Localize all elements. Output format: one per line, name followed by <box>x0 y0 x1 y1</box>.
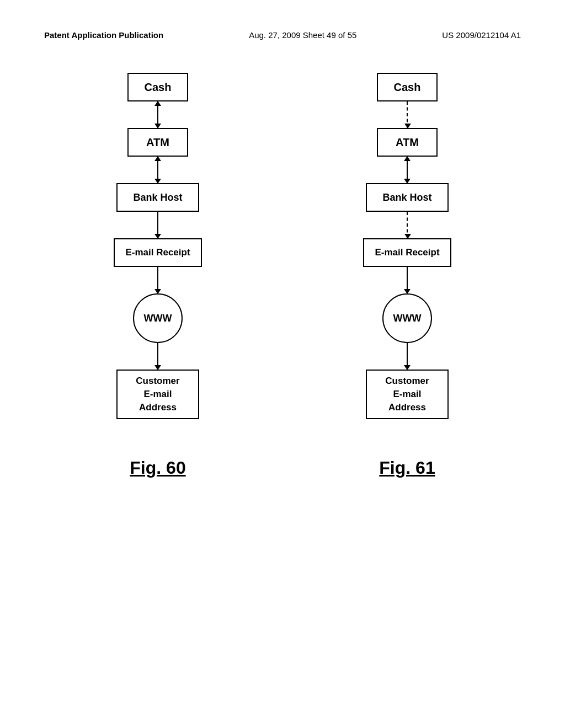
arrow-cash-atm-60 <box>157 101 159 128</box>
arrow-cash-atm-61 <box>407 101 408 128</box>
arrow-bankhost-email-60 <box>157 212 159 238</box>
node-atm-61: ATM <box>377 128 438 157</box>
header-publication-title: Patent Application Publication <box>44 30 163 40</box>
diagram-fig61: Cash ATM Bank Host <box>347 73 468 419</box>
node-www-61: WWW <box>382 293 432 343</box>
node-bankhost-61: Bank Host <box>366 183 449 212</box>
node-emailreceipt-60: E-mail Receipt <box>114 238 202 267</box>
arrow-atm-bankhost-60 <box>157 157 159 183</box>
node-customer-60: Customer E-mail Address <box>116 370 199 419</box>
header-date-sheet: Aug. 27, 2009 Sheet 49 of 55 <box>249 30 356 40</box>
header: Patent Application Publication Aug. 27, … <box>0 0 565 51</box>
node-bankhost-60: Bank Host <box>116 183 199 212</box>
arrow-email-www-60 <box>157 267 159 293</box>
node-www-60: WWW <box>133 293 183 343</box>
page: Patent Application Publication Aug. 27, … <box>0 0 565 728</box>
arrow-www-customer-60 <box>157 343 159 370</box>
arrow-bankhost-email-61 <box>407 212 408 238</box>
node-atm-60: ATM <box>127 128 188 157</box>
node-cash-60: Cash <box>127 73 188 101</box>
header-patent-number: US 2009/0212104 A1 <box>442 30 521 40</box>
arrow-email-www-61 <box>407 267 408 293</box>
arrow-www-customer-61 <box>407 343 408 370</box>
arrow-atm-bankhost-61 <box>407 157 408 183</box>
figures-row: Fig. 60 Fig. 61 <box>0 441 565 489</box>
figure-label-61: Fig. 61 <box>347 458 468 478</box>
figure-label-60: Fig. 60 <box>97 458 218 478</box>
diagram-fig60: Cash ATM Bank Ho <box>97 73 218 419</box>
diagrams-container: Cash ATM Bank Ho <box>0 56 565 430</box>
node-cash-61: Cash <box>377 73 438 101</box>
node-customer-61: Customer E-mail Address <box>366 370 449 419</box>
node-emailreceipt-61: E-mail Receipt <box>363 238 451 267</box>
